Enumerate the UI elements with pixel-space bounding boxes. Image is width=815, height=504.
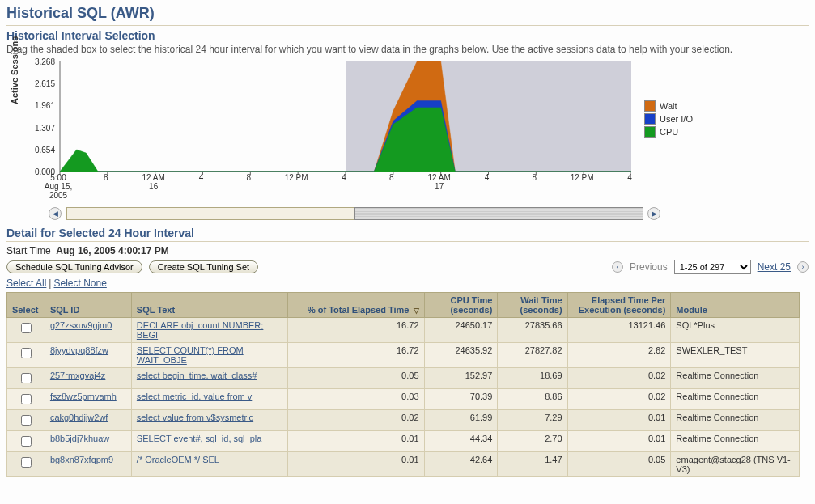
cell-elapsed-per-exec: 0.01: [567, 431, 671, 452]
table-row: 8jyydvpq88fzwSELECT COUNT(*) FROM WAIT_O…: [7, 343, 800, 368]
swatch-cpu: [644, 126, 656, 138]
sql-id-link[interactable]: fsz8wz5pmvamh: [50, 392, 117, 401]
col-header-sql-id[interactable]: SQL ID: [45, 293, 131, 318]
cell-elapsed-per-exec: 2.62: [567, 343, 671, 368]
legend-userio: User I/O: [660, 114, 693, 124]
sql-text-link[interactable]: DECLARE obj_count NUMBER; BEGI: [137, 320, 264, 340]
page-range-select[interactable]: 1-25 of 297: [674, 260, 751, 274]
col-header-cpu-time[interactable]: CPU Time (seconds): [424, 293, 498, 318]
cell-pct-elapsed: 16.72: [287, 318, 424, 343]
row-select-checkbox[interactable]: [21, 436, 32, 447]
cell-module: SWEXLER_TEST: [671, 343, 800, 368]
chart-xtick: 4: [613, 173, 646, 182]
sql-id-link[interactable]: 8jyydvpq88fzw: [50, 345, 108, 355]
cell-elapsed-per-exec: 0.02: [567, 389, 671, 410]
sort-desc-icon: ▽: [414, 307, 419, 315]
sql-text-link[interactable]: select begin_time, wait_class#: [137, 371, 257, 380]
sql-table: Select SQL ID SQL Text % of Total Elapse…: [6, 292, 800, 477]
cell-module: Realtime Connection: [671, 389, 800, 410]
chart-xtick: 8: [90, 173, 122, 182]
start-time-label: Start Time: [6, 245, 51, 256]
slider-next-icon[interactable]: ▶: [647, 207, 660, 220]
chart-xtick: 4: [328, 173, 360, 182]
row-select-checkbox[interactable]: [21, 415, 32, 426]
interval-slider-track[interactable]: [66, 207, 643, 220]
table-row: 257rmxgvaj4zselect begin_time, wait_clas…: [7, 368, 800, 389]
cell-wait-time: 2.70: [498, 431, 567, 452]
cell-cpu-time: 24650.17: [424, 318, 498, 343]
row-select-checkbox[interactable]: [21, 323, 32, 333]
col-header-elapsed-per-exec[interactable]: Elapsed Time Per Execution (seconds): [567, 293, 671, 318]
sql-id-link[interactable]: cakg0hdjjw2wf: [50, 413, 108, 422]
row-select-checkbox[interactable]: [21, 457, 32, 468]
previous-page-icon[interactable]: ‹: [612, 261, 623, 273]
cell-module: Realtime Connection: [671, 368, 800, 389]
cell-pct-elapsed: 0.01: [287, 431, 424, 452]
sql-text-link[interactable]: SELECT event#, sql_id, sql_pla: [137, 434, 262, 443]
cell-wait-time: 1.47: [498, 452, 567, 477]
chart-xtick: 4: [185, 173, 218, 182]
sql-text-link[interactable]: select metric_id, value from v: [137, 392, 252, 401]
sql-text-link[interactable]: SELECT COUNT(*) FROM WAIT_OBJE: [137, 345, 244, 365]
table-row: cakg0hdjjw2wfselect value from v$sysmetr…: [7, 410, 800, 431]
sql-id-link[interactable]: b8b5jdj7khuaw: [50, 434, 109, 443]
table-row: b8b5jdj7khuawSELECT event#, sql_id, sql_…: [7, 431, 800, 452]
cell-wait-time: 8.86: [498, 389, 567, 410]
sql-id-link[interactable]: bg8xn87xfqpm9: [50, 455, 113, 464]
divider: [6, 241, 809, 242]
col-header-pct-elapsed[interactable]: % of Total Elapsed Time ▽: [287, 293, 424, 318]
col-header-wait-time[interactable]: Wait Time (seconds): [498, 293, 567, 318]
sql-id-link[interactable]: 257rmxgvaj4z: [50, 371, 105, 380]
select-all-link[interactable]: Select All: [6, 277, 46, 289]
cell-module: Realtime Connection: [671, 410, 800, 431]
chart-xtick: 8: [232, 173, 265, 182]
row-select-checkbox[interactable]: [21, 348, 32, 358]
cell-pct-elapsed: 16.72: [287, 343, 424, 368]
next-page-link[interactable]: Next 25: [758, 261, 791, 273]
row-select-checkbox[interactable]: [21, 373, 32, 383]
chart-y-axis-label: Active Sessions: [10, 36, 19, 104]
active-sessions-chart[interactable]: Active Sessions 0.0000.6541.3071.9612.61…: [15, 60, 638, 205]
cell-cpu-time: 61.99: [424, 410, 498, 431]
chart-xtick: 8: [376, 173, 408, 182]
swatch-userio: [644, 113, 656, 125]
interval-slider-handle[interactable]: [354, 207, 643, 220]
chart-legend: Wait User I/O CPU: [644, 100, 693, 139]
chart-xtick: 4: [471, 173, 503, 182]
col-header-sql-text[interactable]: SQL Text: [131, 293, 287, 318]
cell-cpu-time: 152.97: [424, 368, 498, 389]
cell-cpu-time: 70.39: [424, 389, 498, 410]
chart-xtick: 12 PM: [280, 173, 312, 182]
cell-wait-time: 7.29: [498, 410, 567, 431]
col-header-module[interactable]: Module: [671, 293, 800, 318]
sql-text-link[interactable]: select value from v$sysmetric: [137, 413, 253, 422]
chart-xtick: 12 AM17: [423, 173, 456, 191]
cell-module: SQL*Plus: [671, 318, 800, 343]
start-time-value: Aug 16, 2005 4:00:17 PM: [56, 245, 168, 256]
section-detail-title: Detail for Selected 24 Hour Interval: [6, 227, 809, 239]
cell-pct-elapsed: 0.05: [287, 368, 424, 389]
sql-text-link[interactable]: /* OracleOEM */ SEL: [137, 455, 219, 464]
previous-page-label: Previous: [630, 261, 668, 273]
select-none-link[interactable]: Select None: [53, 277, 106, 289]
table-row: g27zsxuv9gjm0DECLARE obj_count NUMBER; B…: [7, 318, 800, 343]
chart-xtick: 5:00Aug 15, 2005: [42, 173, 74, 200]
legend-cpu: CPU: [660, 127, 678, 137]
legend-wait: Wait: [660, 101, 677, 111]
row-select-checkbox[interactable]: [21, 394, 32, 404]
col-header-pct-elapsed-label: % of Total Elapsed Time: [308, 305, 410, 315]
cell-pct-elapsed: 0.03: [287, 389, 424, 410]
table-row: fsz8wz5pmvamhselect metric_id, value fro…: [7, 389, 800, 410]
chart-xtick: 12 AM16: [138, 173, 170, 191]
sql-id-link[interactable]: g27zsxuv9gjm0: [50, 320, 112, 330]
cell-module: Realtime Connection: [671, 431, 800, 452]
schedule-sql-tuning-advisor-button[interactable]: Schedule SQL Tuning Advisor: [6, 260, 142, 273]
cell-cpu-time: 24635.92: [424, 343, 498, 368]
slider-prev-icon[interactable]: ◀: [49, 207, 62, 220]
next-page-icon[interactable]: ›: [797, 261, 809, 273]
cell-elapsed-per-exec: 13121.46: [567, 318, 671, 343]
create-sql-tuning-set-button[interactable]: Create SQL Tuning Set: [149, 260, 258, 273]
cell-pct-elapsed: 0.02: [287, 410, 424, 431]
cell-module: emagent@stacg28 (TNS V1-V3): [671, 452, 800, 477]
interval-instructions: Drag the shaded box to select the histor…: [6, 44, 809, 55]
